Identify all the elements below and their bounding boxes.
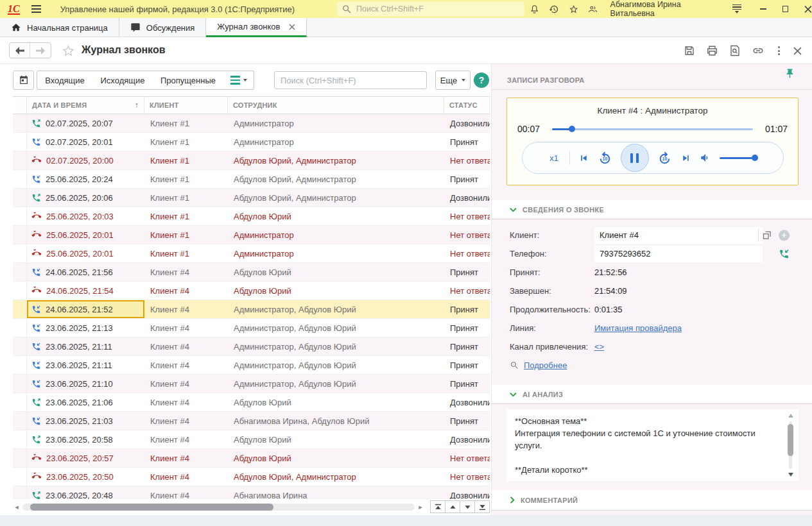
row-selector-cell[interactable] — [13, 449, 27, 467]
ai-vertical-scrollbar[interactable] — [786, 412, 795, 478]
row-selector-cell[interactable] — [13, 356, 27, 374]
add-button[interactable]: + — [779, 230, 790, 241]
row-selector-cell[interactable] — [13, 151, 27, 169]
table-row[interactable]: 24.06.2025, 21:56Клиент #4Абдулов ЮрийПр… — [13, 263, 490, 282]
scroll-up-icon[interactable] — [788, 414, 793, 418]
scroll-left-icon[interactable]: ◂ — [13, 503, 21, 511]
row-down-button[interactable] — [460, 500, 475, 513]
more-actions-icon[interactable] — [775, 46, 782, 55]
table-row[interactable]: 23.06.2025, 21:03Клиент #4Абнагимова Ири… — [13, 412, 490, 430]
window-minimize-button[interactable] — [760, 8, 766, 10]
row-selector-cell[interactable] — [13, 189, 27, 207]
window-maximize-button[interactable] — [782, 6, 788, 12]
row-selector-cell[interactable] — [13, 430, 27, 448]
volume-icon[interactable] — [700, 152, 711, 164]
table-row[interactable]: 24.06.2025, 21:54Клиент #4Абдулов ЮрийНе… — [13, 282, 490, 300]
window-close-button[interactable] — [804, 5, 812, 13]
row-selector-cell[interactable] — [13, 226, 27, 244]
section-comment-header[interactable]: КОММЕНТАРИЙ — [492, 490, 812, 511]
table-row[interactable]: 23.06.2025, 20:50Клиент #4Абдулов Юрий, … — [13, 468, 490, 486]
tab-discussions[interactable]: Обсуждения — [119, 18, 207, 37]
main-menu-icon[interactable] — [31, 5, 41, 13]
row-selector-cell[interactable] — [13, 170, 27, 188]
back-button[interactable] — [10, 43, 30, 58]
table-row[interactable]: 25.06.2025, 20:01Клиент #1АдминистраторН… — [13, 226, 490, 244]
pause-button[interactable] — [621, 144, 649, 172]
section-call-info-header[interactable]: СВЕДЕНИЯ О ЗВОНКЕ — [492, 200, 812, 219]
save-icon[interactable] — [684, 45, 695, 56]
header-datetime[interactable]: ДАТА И ВРЕМЯ ↑ — [27, 97, 144, 114]
row-selector-cell[interactable] — [13, 282, 27, 300]
row-selector-cell[interactable] — [13, 412, 27, 430]
table-row[interactable]: 02.07.2025, 20:07Клиент #1АдминистраторД… — [13, 114, 490, 133]
link-icon[interactable] — [752, 45, 764, 56]
table-row[interactable]: 23.06.2025, 21:06Клиент #4Абдулов ЮрийДо… — [13, 393, 490, 412]
seek-handle[interactable] — [569, 126, 575, 132]
table-row[interactable]: 23.06.2025, 21:11Клиент #4Администратор,… — [13, 356, 490, 375]
preview-icon[interactable] — [729, 45, 741, 56]
row-selector-cell[interactable] — [13, 486, 27, 499]
forward-button[interactable] — [30, 43, 51, 58]
row-selector-cell[interactable] — [13, 393, 27, 411]
calendar-filter-button[interactable] — [13, 71, 34, 90]
row-selector-cell[interactable] — [13, 375, 27, 393]
table-row[interactable]: 23.06.2025, 20:58Клиент #4Абдулов ЮрийДо… — [13, 430, 490, 449]
table-row[interactable]: 25.06.2025, 20:06Клиент #1Абдулов Юрий, … — [13, 189, 490, 207]
table-row[interactable]: 25.06.2025, 20:01Клиент #1АдминистраторН… — [13, 244, 490, 263]
filter-menu-button[interactable] — [223, 71, 254, 90]
header-client[interactable]: КЛИЕНТ — [144, 97, 228, 114]
seek-slider[interactable] — [552, 128, 753, 130]
help-button[interactable]: ? — [474, 72, 489, 88]
scrollbar-thumb[interactable] — [30, 504, 273, 511]
service-menu-icon[interactable] — [732, 4, 741, 14]
row-selector-cell[interactable] — [13, 207, 27, 225]
history-icon[interactable] — [549, 4, 558, 15]
field-link[interactable]: Имитация провайдера — [594, 323, 682, 333]
section-ai-header[interactable]: AI АНАЛИЗ — [492, 385, 812, 404]
row-selector-cell[interactable] — [13, 133, 27, 151]
users-icon[interactable] — [588, 4, 598, 15]
go-first-row-button[interactable] — [430, 500, 445, 513]
row-selector-cell[interactable] — [13, 244, 27, 262]
call-phone-icon[interactable] — [779, 248, 790, 259]
row-selector-cell[interactable] — [13, 319, 27, 337]
playback-speed-button[interactable]: x1 — [549, 153, 558, 163]
field-value-box[interactable]: Клиент #4 — [594, 227, 763, 244]
scroll-right-icon[interactable]: ▸ — [417, 503, 424, 511]
table-row[interactable]: 24.06.2025, 21:52Клиент #4Администратор,… — [13, 300, 490, 319]
tab-close-icon[interactable] — [289, 24, 295, 30]
skip-previous-icon[interactable] — [578, 153, 589, 164]
notifications-bell-icon[interactable] — [530, 4, 539, 15]
row-selector-cell[interactable] — [13, 263, 27, 281]
tab-call-log[interactable]: Журнал звонков — [206, 18, 306, 37]
ai-scrollbar-thumb[interactable] — [788, 424, 793, 456]
table-row[interactable]: 23.06.2025, 21:13Клиент #4Администратор,… — [13, 319, 490, 337]
current-user-name[interactable]: Абнагимова Ирина Витальевна — [610, 0, 716, 18]
filter-missed-button[interactable]: Пропущенные — [153, 71, 224, 90]
table-row[interactable]: 02.07.2025, 20:01Клиент #1АдминистраторП… — [13, 133, 490, 151]
skip-next-icon[interactable] — [680, 153, 691, 164]
row-selector-cell[interactable] — [13, 337, 27, 355]
table-row[interactable]: 23.06.2025, 21:11Клиент #4Администратор,… — [13, 337, 490, 356]
favorite-star-icon[interactable] — [62, 44, 75, 57]
table-row[interactable]: 02.07.2025, 20:00Клиент #1Абдулов Юрий, … — [13, 151, 490, 170]
scroll-down-icon[interactable] — [788, 473, 793, 477]
filter-incoming-button[interactable]: Входящие — [37, 71, 93, 90]
close-form-icon[interactable] — [793, 47, 802, 55]
table-row[interactable]: 25.06.2025, 20:03Клиент #1Абдулов ЮрийНе… — [13, 207, 490, 226]
header-status[interactable]: СТАТУС — [444, 97, 490, 114]
volume-slider[interactable] — [720, 157, 756, 159]
table-row[interactable]: 23.06.2025, 20:48Клиент #4Абнагимова Ири… — [13, 486, 490, 499]
open-in-window-icon[interactable] — [762, 230, 772, 240]
replay-10-icon[interactable]: 10 — [598, 151, 612, 165]
row-up-button[interactable] — [445, 500, 460, 513]
header-employee[interactable]: СОТРУДНИК — [228, 97, 444, 114]
global-search-input[interactable]: Поиск Ctrl+Shift+F — [337, 2, 524, 16]
table-row[interactable]: 23.06.2025, 21:10Клиент #4Администратор,… — [13, 375, 490, 393]
row-selector-cell[interactable] — [13, 114, 27, 132]
row-selector-cell[interactable] — [13, 300, 27, 318]
details-more-link[interactable]: Подробнее — [524, 361, 567, 370]
table-row[interactable]: 25.06.2025, 20:24Клиент #1Абдулов Юрий, … — [13, 170, 490, 189]
filter-outgoing-button[interactable]: Исходящие — [92, 71, 153, 90]
table-row[interactable]: 23.06.2025, 20:57Клиент #4Абдулов ЮрийНе… — [13, 449, 490, 468]
